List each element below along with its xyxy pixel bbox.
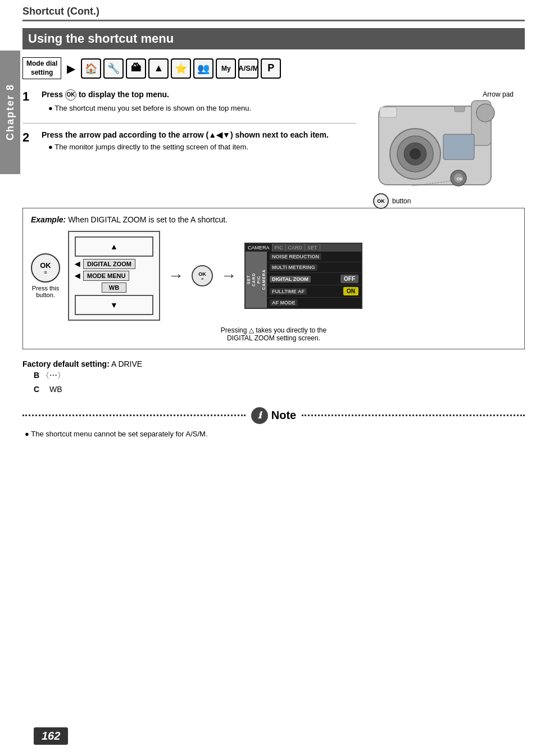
factory-default: Factory default setting: A DRIVE B 〈⋯〉 C… bbox=[22, 359, 525, 397]
factory-c-row: C WB bbox=[34, 382, 525, 397]
svg-rect-6 bbox=[443, 134, 474, 160]
ok-button-big: OK ≡ bbox=[31, 253, 60, 283]
note-section: ℹ Note The shortcut menu cannot be set s… bbox=[22, 407, 525, 440]
menu-item-digital-zoom: DIGITAL ZOOM OFF bbox=[267, 273, 361, 285]
mode-icon-scene: 🏔 bbox=[126, 58, 146, 79]
example-header: Example: When DIGITAL ZOOM is set to the… bbox=[31, 215, 516, 224]
shortcut-item-mode-menu: ◀ MODE MENU bbox=[75, 271, 153, 281]
camera-svg: OK bbox=[367, 89, 502, 196]
example-caption: Pressing △ takes you directly to the DIG… bbox=[31, 326, 516, 342]
mode-dial-row: Mode dial setting ▶ 🏠 🔧 🏔 ▲ ⭐ 👥 My A/S/M… bbox=[22, 57, 525, 79]
mode-icon-portrait: 👥 bbox=[193, 58, 214, 79]
factory-b-row: B 〈⋯〉 bbox=[34, 368, 65, 382]
menu-tab-set: SET bbox=[305, 244, 320, 252]
menu-item-metering: MULTI METERING bbox=[267, 262, 361, 273]
shortcut-item-wb: WB bbox=[75, 283, 153, 293]
step-2-number: 2 bbox=[22, 130, 36, 153]
digital-zoom-value: OFF bbox=[340, 275, 358, 283]
example-box: Example: When DIGITAL ZOOM is set to the… bbox=[22, 208, 525, 349]
note-icon: ℹ bbox=[251, 407, 268, 424]
step-1-bullet: The shortcut menu you set before is show… bbox=[48, 103, 251, 114]
page-header: Shortcut (Cont.) bbox=[22, 6, 525, 21]
press-label: Press this button. bbox=[32, 285, 59, 298]
menu-items-col: NOISE REDUCTION MULTI METERING DIGITAL Z… bbox=[267, 252, 361, 308]
mode-icon-landscape: ▲ bbox=[148, 58, 169, 79]
shortcut-arrow-down: ▼ bbox=[75, 295, 153, 315]
section-title: Using the shortcut menu bbox=[28, 31, 174, 45]
example-diagram: OK ≡ Press this button. ▲ ◀ DIGITAL ZOOM… bbox=[31, 231, 516, 321]
step-1-number: 1 bbox=[22, 89, 36, 114]
note-dots-right bbox=[302, 415, 525, 416]
chapter-tab: Chapter 8 bbox=[0, 51, 20, 174]
ok-circle-icon: OK bbox=[373, 193, 389, 209]
example-rest: When DIGITAL ZOOM is set to the A shortc… bbox=[68, 215, 228, 224]
mode-icon-asm: A/S/M bbox=[238, 58, 258, 79]
shortcut-mode-menu: MODE MENU bbox=[83, 271, 129, 281]
page-num-box: 162 bbox=[34, 727, 68, 745]
step-2-content: Press the arrow pad according to the arr… bbox=[42, 130, 329, 153]
note-divider-row: ℹ Note bbox=[22, 407, 525, 424]
step-1: 1 Press OK to display the top menu. The … bbox=[22, 89, 356, 114]
step-divider bbox=[22, 123, 356, 124]
shortcut-item-digital-zoom: ◀ DIGITAL ZOOM bbox=[75, 259, 153, 269]
mode-icon-p: P bbox=[261, 58, 281, 79]
camera-illustration: Arrow pad bbox=[367, 89, 525, 198]
header-title: Shortcut (Cont.) bbox=[22, 6, 99, 17]
menu-item-af-mode: AF MODE bbox=[267, 298, 361, 308]
shortcut-digital-zoom: DIGITAL ZOOM bbox=[83, 259, 135, 269]
step-2: 2 Press the arrow pad according to the a… bbox=[22, 130, 356, 153]
factory-rows: B 〈⋯〉 bbox=[34, 368, 525, 382]
step-1-header: Press OK to display the top menu. bbox=[42, 89, 251, 101]
note-dots-left bbox=[22, 415, 246, 416]
mode-dial-arrow: ▶ bbox=[67, 62, 75, 75]
step-2-header: Press the arrow pad according to the arr… bbox=[42, 130, 329, 139]
menu-item-fulltime-af: FULLTIME AF ON bbox=[267, 285, 361, 298]
shortcut-screen: ▲ ◀ DIGITAL ZOOM ◀ MODE MENU WB ▼ bbox=[68, 231, 160, 321]
mode-icon-my: My bbox=[216, 58, 236, 79]
step-1-content: Press OK to display the top menu. The sh… bbox=[42, 89, 251, 114]
menu-screen: CAMERA PIC CARD SET SET CARD PIC CAMERA … bbox=[244, 243, 362, 309]
menu-tab-pic: PIC bbox=[272, 244, 286, 252]
mode-icon-custom: 🔧 bbox=[103, 58, 124, 79]
steps-text: 1 Press OK to display the top menu. The … bbox=[22, 89, 356, 198]
arrow-pad-label: Arrow pad bbox=[483, 90, 514, 98]
steps-area: 1 Press OK to display the top menu. The … bbox=[22, 89, 525, 198]
step-2-bullet: The monitor jumps directly to the settin… bbox=[48, 142, 329, 153]
mode-dial-icons: 🏠 🔧 🏔 ▲ ⭐ 👥 My A/S/M P bbox=[81, 58, 281, 79]
ok-small-button: OK ≡ bbox=[192, 265, 213, 286]
section-title-bar: Using the shortcut menu bbox=[22, 28, 525, 49]
svg-rect-7 bbox=[380, 107, 397, 117]
mode-icon-auto: 🏠 bbox=[81, 58, 101, 79]
chapter-label: Chapter 8 bbox=[4, 84, 16, 140]
flow-arrow-2: → bbox=[221, 267, 237, 285]
ok-button-label: OK button bbox=[373, 193, 411, 209]
menu-tabs: CAMERA PIC CARD SET bbox=[246, 244, 361, 252]
menu-tab-card: CARD bbox=[286, 244, 306, 252]
svg-text:OK: OK bbox=[457, 177, 463, 181]
menu-sidebar: SET CARD PIC CAMERA bbox=[246, 252, 267, 308]
note-label: ℹ Note bbox=[251, 407, 296, 424]
shortcut-wb: WB bbox=[102, 283, 126, 293]
svg-point-11 bbox=[476, 104, 494, 122]
page-number: 162 bbox=[34, 727, 68, 745]
example-bold: Example: bbox=[31, 215, 66, 224]
mode-dial-label: Mode dial setting bbox=[22, 57, 61, 79]
menu-rows: SET CARD PIC CAMERA NOISE REDUCTION MULT… bbox=[246, 252, 361, 308]
fulltime-af-value: ON bbox=[343, 287, 358, 295]
ok-press-group: OK ≡ Press this button. bbox=[31, 253, 60, 298]
svg-point-5 bbox=[410, 148, 421, 160]
factory-default-label: Factory default setting: bbox=[22, 359, 110, 368]
factory-a-value: DRIVE bbox=[118, 359, 142, 368]
menu-item-noise: NOISE REDUCTION bbox=[267, 252, 361, 262]
flow-arrow: → bbox=[168, 267, 184, 285]
factory-a-letter: A bbox=[111, 359, 116, 368]
note-text: The shortcut menu cannot be set separate… bbox=[25, 429, 525, 440]
shortcut-arrow-up: ▲ bbox=[75, 236, 153, 257]
menu-tab-camera: CAMERA bbox=[246, 244, 272, 252]
svg-rect-12 bbox=[455, 106, 465, 112]
ok-small-group: OK ≡ bbox=[192, 265, 213, 286]
mode-icon-favorite: ⭐ bbox=[171, 58, 191, 79]
